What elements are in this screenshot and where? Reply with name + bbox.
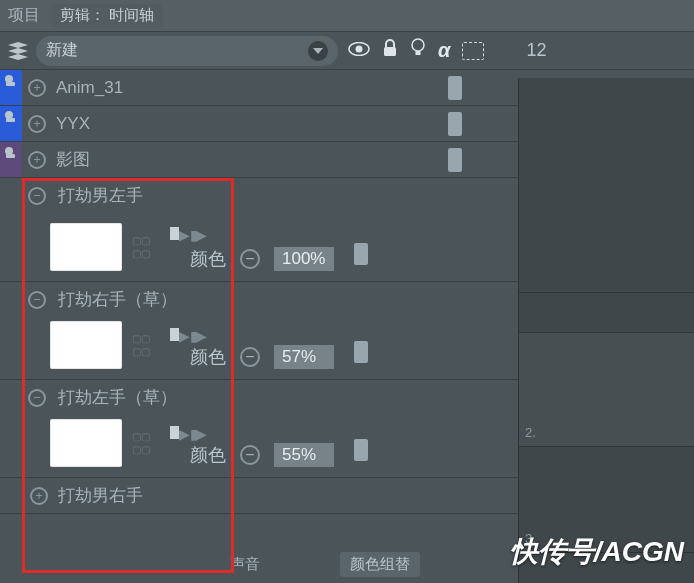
eye-icon[interactable] bbox=[348, 40, 370, 61]
layer-thumbnail[interactable] bbox=[50, 223, 122, 271]
timeline-row[interactable] bbox=[519, 293, 694, 333]
svg-rect-6 bbox=[6, 82, 15, 86]
property-label: 颜色 bbox=[190, 345, 226, 369]
percent-value[interactable]: 100% bbox=[274, 247, 334, 271]
breadcrumb-subsection: 时间轴 bbox=[109, 6, 154, 23]
svg-rect-2 bbox=[384, 47, 396, 56]
svg-point-1 bbox=[356, 46, 363, 53]
header-bar: 项目 剪辑： 时间轴 bbox=[0, 0, 694, 32]
layer-name: YYX bbox=[56, 114, 444, 134]
timeline-row[interactable]: 2. bbox=[519, 333, 694, 447]
thumb-actions: ▢▢▢▢ bbox=[132, 333, 150, 357]
selection-icon[interactable] bbox=[462, 42, 484, 60]
timeline-panel: 2. 3. bbox=[518, 78, 694, 583]
footer-label: 声音 bbox=[230, 555, 260, 574]
toolbar-icons: α 12 bbox=[338, 38, 556, 63]
layer-thumbnail[interactable] bbox=[50, 419, 122, 467]
svg-point-5 bbox=[5, 75, 13, 83]
frame-number: 12 bbox=[526, 40, 546, 61]
svg-point-9 bbox=[5, 147, 13, 155]
svg-point-7 bbox=[5, 111, 13, 119]
breadcrumb-section: 剪辑： bbox=[60, 6, 105, 23]
collapse-icon[interactable]: − bbox=[28, 291, 46, 309]
property-label: 颜色 bbox=[190, 443, 226, 467]
blend-icons[interactable]: ▶ ▮▶ bbox=[170, 328, 205, 344]
svg-rect-10 bbox=[6, 154, 15, 158]
layer-name: Anim_31 bbox=[56, 78, 444, 98]
row-number: 2. bbox=[525, 425, 536, 440]
collapse-icon[interactable]: − bbox=[28, 389, 46, 407]
palette-handle[interactable] bbox=[0, 106, 22, 141]
footer-dropdown[interactable]: 颜色组替 bbox=[340, 552, 420, 577]
watermark: 快传号/ACGN bbox=[510, 533, 684, 571]
layer-stack-icon[interactable] bbox=[4, 37, 32, 65]
collapse-icon[interactable]: − bbox=[28, 187, 46, 205]
blend-icons[interactable]: ▶ ▮▶ bbox=[170, 426, 205, 442]
opacity-slider[interactable] bbox=[448, 112, 462, 136]
layer-name: 影图 bbox=[56, 148, 444, 171]
new-layer-dropdown[interactable]: 新建 bbox=[36, 36, 338, 66]
opacity-slider[interactable] bbox=[448, 148, 462, 172]
lock-icon[interactable] bbox=[382, 39, 398, 62]
thumb-actions: ▢▢▢▢ bbox=[132, 235, 150, 259]
reset-button[interactable]: − bbox=[240, 249, 260, 269]
percent-value[interactable]: 57% bbox=[274, 345, 334, 369]
app-title: 项目 bbox=[8, 5, 40, 26]
timeline-row[interactable] bbox=[519, 78, 694, 293]
thumb-actions: ▢▢▢▢ bbox=[132, 431, 150, 455]
chevron-down-icon bbox=[308, 41, 328, 61]
expand-icon[interactable]: + bbox=[28, 115, 46, 133]
layer-thumbnail[interactable] bbox=[50, 321, 122, 369]
property-label: 颜色 bbox=[190, 247, 226, 271]
reset-button[interactable]: − bbox=[240, 347, 260, 367]
expand-icon[interactable]: + bbox=[28, 151, 46, 169]
alpha-icon[interactable]: α bbox=[438, 39, 450, 62]
opacity-slider[interactable] bbox=[448, 76, 462, 100]
svg-point-3 bbox=[412, 39, 424, 51]
reset-button[interactable]: − bbox=[240, 445, 260, 465]
blend-icons[interactable]: ▶ ▮▶ bbox=[170, 227, 205, 243]
new-layer-label: 新建 bbox=[46, 40, 78, 61]
palette-handle[interactable] bbox=[0, 70, 22, 105]
expand-icon[interactable]: + bbox=[30, 487, 48, 505]
bulb-icon[interactable] bbox=[410, 38, 426, 63]
expand-icon[interactable]: + bbox=[28, 79, 46, 97]
percent-value[interactable]: 55% bbox=[274, 443, 334, 467]
svg-rect-8 bbox=[6, 118, 15, 122]
breadcrumb[interactable]: 剪辑： 时间轴 bbox=[52, 4, 162, 27]
svg-rect-4 bbox=[416, 51, 421, 55]
palette-handle[interactable] bbox=[0, 142, 22, 177]
toolbar: 新建 α 12 bbox=[0, 32, 694, 70]
